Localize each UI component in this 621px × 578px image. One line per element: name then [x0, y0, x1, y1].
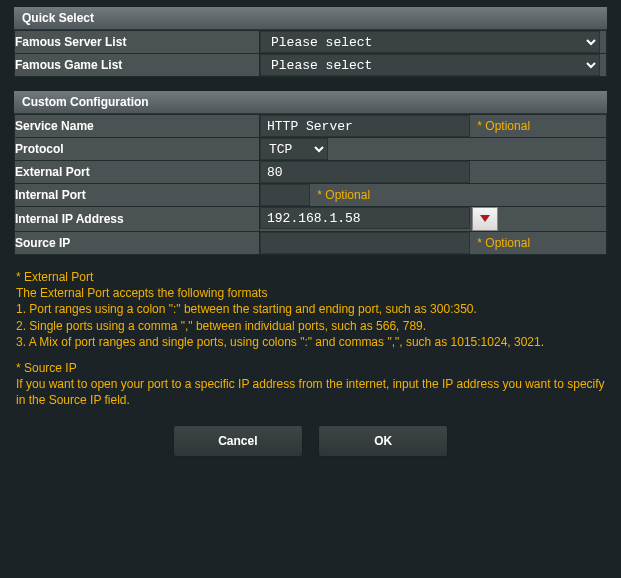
row-protocol: Protocol TCP — [15, 138, 607, 161]
ok-button[interactable]: OK — [318, 425, 448, 457]
famous-server-label: Famous Server List — [15, 31, 260, 54]
protocol-label: Protocol — [15, 138, 260, 161]
cancel-button[interactable]: Cancel — [173, 425, 303, 457]
internal-ip-label: Internal IP Address — [15, 207, 260, 232]
external-port-label: External Port — [15, 161, 260, 184]
row-internal-ip: Internal IP Address — [15, 207, 607, 232]
optional-label: * Optional — [477, 119, 530, 133]
svg-marker-0 — [480, 215, 490, 222]
service-name-label: Service Name — [15, 115, 260, 138]
famous-server-select[interactable]: Please select — [260, 31, 600, 53]
internal-ip-input[interactable] — [260, 207, 470, 229]
help-ext-line4: 3. A Mix of port ranges and single ports… — [16, 334, 605, 350]
protocol-select[interactable]: TCP — [260, 138, 328, 160]
internal-port-label: Internal Port — [15, 184, 260, 207]
row-external-port: External Port — [15, 161, 607, 184]
custom-config-table: Service Name * Optional Protocol TCP Ext… — [14, 114, 607, 255]
row-internal-port: Internal Port * Optional — [15, 184, 607, 207]
quick-select-section: Quick Select Famous Server List Please s… — [14, 7, 607, 77]
help-src-line1: If you want to open your port to a speci… — [16, 376, 605, 408]
help-ext-line3: 2. Single ports using a comma "," betwee… — [16, 318, 605, 334]
help-ext-line1: The External Port accepts the following … — [16, 285, 605, 301]
row-famous-server: Famous Server List Please select — [15, 31, 607, 54]
quick-select-table: Famous Server List Please select Famous … — [14, 30, 607, 77]
external-port-input[interactable] — [260, 161, 470, 183]
custom-config-header: Custom Configuration — [14, 91, 607, 114]
help-ext-title: * External Port — [16, 269, 605, 285]
help-src-title: * Source IP — [16, 360, 605, 376]
help-text: * External Port The External Port accept… — [14, 269, 607, 421]
quick-select-header: Quick Select — [14, 7, 607, 30]
optional-label: * Optional — [477, 236, 530, 250]
row-famous-game: Famous Game List Please select — [15, 54, 607, 77]
famous-game-label: Famous Game List — [15, 54, 260, 77]
ip-dropdown-button[interactable] — [472, 207, 498, 231]
service-name-input[interactable] — [260, 115, 470, 137]
help-ext-line2: 1. Port ranges using a colon ":" between… — [16, 301, 605, 317]
internal-port-input[interactable] — [260, 184, 310, 206]
custom-config-section: Custom Configuration Service Name * Opti… — [14, 91, 607, 255]
row-service-name: Service Name * Optional — [15, 115, 607, 138]
source-ip-input[interactable] — [260, 232, 470, 254]
famous-game-select[interactable]: Please select — [260, 54, 600, 76]
source-ip-label: Source IP — [15, 232, 260, 255]
button-bar: Cancel OK — [14, 421, 607, 459]
optional-label: * Optional — [317, 188, 370, 202]
chevron-down-icon — [479, 212, 491, 226]
row-source-ip: Source IP * Optional — [15, 232, 607, 255]
